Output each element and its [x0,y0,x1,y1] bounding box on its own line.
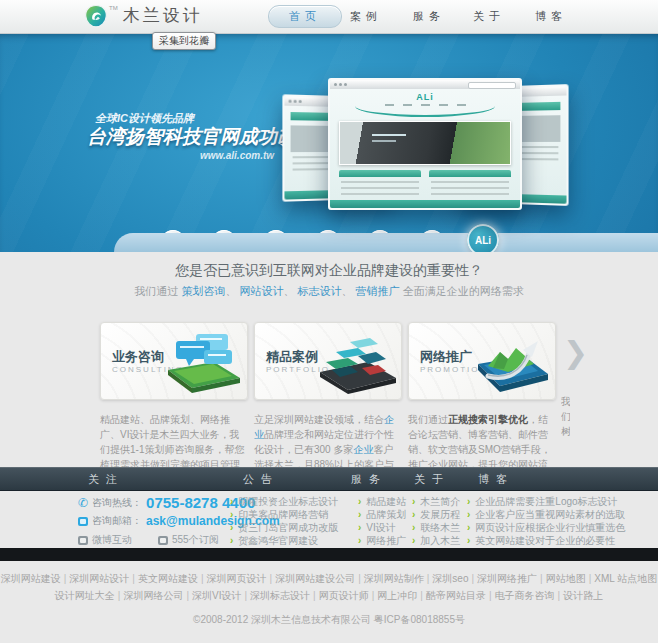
site-logo[interactable]: TM 木兰设计 [84,4,203,32]
browser-window-main: ALi [328,78,522,210]
blog-link[interactable]: ›企业客户应当重视网站素材的选取 [467,508,625,522]
card-promotion-box[interactable]: 网络推广 PROMOTION [408,322,556,400]
ali-swoosh-decoration [355,106,495,117]
bottom-links-row-2: 设计网址大全|深圳网络公司|深圳VI设计|深圳标志设计|网页设计师|网上冲印|酷… [0,589,658,603]
bottom-link[interactable]: 深圳网页设计 [207,573,267,584]
address-bar [468,82,516,89]
social-row: 微博互动 555个订阅 [78,533,219,547]
bottom-link[interactable]: 深圳网站建设 [1,573,61,584]
carousel-next-icon[interactable]: ❯ [563,338,588,368]
service-link[interactable]: ›精品建站 [358,495,406,509]
intro-suffix: 全面满足企业的网络需求 [400,285,524,297]
bottom-link[interactable]: 电子商务咨询 [495,590,555,601]
bottom-link[interactable]: 深圳网站建设公司 [275,573,355,584]
link-logodesign[interactable]: 标志设计 [298,285,342,297]
weibo-icon [78,536,88,545]
bottom-link[interactable]: 深圳网站制作 [364,573,424,584]
link-webdesign[interactable]: 网站设计 [239,285,283,297]
footer-header-follow: 关注 [88,472,124,487]
notice-link[interactable]: ›贺鑫鸿华官网建设 [230,534,318,548]
bottom-link[interactable]: 深圳seo [432,573,468,584]
blog-link[interactable]: ›英文网站建设对于企业的必要性 [467,534,615,548]
ali-page-footer [330,200,520,208]
footer-black-strip [0,548,658,561]
nav-item-services[interactable]: 服务 [413,9,445,24]
bottom-link[interactable]: 深圳网络推广 [477,573,537,584]
bottom-link[interactable]: 设计网址大全 [55,590,115,601]
footer-dark: 关注 公告 服务 关于 博客 ✆ 咨询热线： 0755-8278 4400 咨询… [0,467,658,548]
consulting-chat-bubbles-icon [152,328,244,398]
about-link[interactable]: ›发展历程 [412,508,460,522]
link-planning[interactable]: 策划咨询 [181,285,225,297]
service-link[interactable]: ›VI设计 [358,521,396,535]
weibo-link[interactable]: 微博互动 [92,533,132,547]
bottom-link[interactable]: 深圳标志设计 [250,590,310,601]
intro-subline: 我们通过 策划咨询、 网站设计、 标志设计、 营销推广 全面满足企业的网络需求 [0,284,658,299]
portfolio-stack-icon [306,328,398,398]
banner-title: 台湾扬智科技官网成功改版 [87,124,315,150]
bottom-link[interactable]: 网页设计师 [319,590,369,601]
blog-link[interactable]: ›网页设计应根据企业行业慎重选色 [467,521,625,535]
bottom-link[interactable]: 网上冲印 [377,590,417,601]
footer-header-about: 关于 [414,472,450,487]
card-consulting-box[interactable]: 业务咨询 CONSULTING [100,322,248,400]
about-link[interactable]: ›木兰简介 [412,495,460,509]
footer-header-blog: 博客 [478,472,514,487]
bottom-link[interactable]: 深圳网络公司 [123,590,183,601]
phone-icon: ✆ [78,498,88,508]
bottom-link[interactable]: 酷帝网站目录 [426,590,486,601]
about-link[interactable]: ›联络木兰 [412,521,460,535]
nav-item-cases[interactable]: 案例 [350,9,382,24]
client-logo-icon-ali-active[interactable]: ALi [467,224,499,252]
bottom-link[interactable]: 设计路上 [563,590,603,601]
clipped-next-card-text: 我们树业 [561,394,570,438]
card-promotion: 网络推广 PROMOTION 我们通过正规搜索引擎优化，结合论坛营销、博客营销、… [408,322,556,487]
hotline-row: ✆ 咨询热线： 0755-8278 4400 [78,494,255,511]
bottom-links-row-1: 深圳网站建设|深圳网站设计|英文网站建设|深圳网页设计|深圳网站建设公司|深圳网… [0,572,658,586]
intro-prefix: 我们通过 [134,285,181,297]
banner-url: www.ali.com.tw [200,150,274,161]
email-icon [78,517,88,526]
nav-item-about[interactable]: 关于 [473,9,505,24]
card-consulting: 业务咨询 CONSULTING 精品建站、品牌策划、网络推广、VI设计是木兰四大… [100,322,248,487]
logo-text: 木兰设计 [123,4,203,28]
email-label: 咨询邮箱： [92,514,142,528]
ali-hero-image [339,121,511,165]
footer-header-services: 服务 [351,472,387,487]
service-link[interactable]: ›网络推广 [358,534,406,548]
nav-item-home[interactable]: 首页 [268,5,342,28]
blog-link[interactable]: ›企业品牌需要注重Logo标志设计 [467,495,618,509]
ali-webpage: ALi [330,89,520,208]
collect-huaban-button[interactable]: 采集到花瓣 [152,32,216,50]
footer-header-notice: 公告 [243,472,279,487]
rss-link[interactable]: 555个订阅 [172,533,219,547]
hotline-label: 咨询热线： [92,496,142,510]
rss-icon [158,536,168,545]
service-link[interactable]: ›品牌策划 [358,508,406,522]
link-marketing[interactable]: 营销推广 [356,285,400,297]
bottom-link[interactable]: XML 站点地图 [594,573,657,584]
nav-item-blog[interactable]: 博客 [535,9,567,24]
browser-titlebar [330,80,520,89]
logo-tm: TM [109,5,118,11]
promotion-growth-arrow-icon [460,328,552,398]
bottom-link[interactable]: 英文网站建设 [138,573,198,584]
card-portfolio: 精品案例 PORTFOLIO 立足深圳网站建设领域，结合企业品牌理念和网站定位进… [254,322,402,487]
about-link[interactable]: ›加入木兰 [412,534,460,548]
bottom-link[interactable]: 深圳网站设计 [69,573,129,584]
banner-bottom-band [114,233,658,252]
copyright: ©2008-2012 深圳木兰信息技术有限公司 粤ICP备08018855号 [0,613,658,627]
link-enterprise[interactable]: 企业 [353,444,373,455]
footer-header-band: 关注 公告 服务 关于 博客 [0,467,658,491]
bottom-link[interactable]: 网站地图 [546,573,586,584]
intro-heading: 您是否已意识到互联网对企业品牌建设的重要性？ [0,262,658,280]
ali-content-columns [339,170,511,195]
hero-banner: 全球IC设计领先品牌 台湾扬智科技官网成功改版 www.ali.com.tw A… [0,34,658,252]
ali-site-logo: ALi [330,89,520,102]
notice-link[interactable]: ›贺三门岛官网成功改版 [230,521,338,535]
notice-link[interactable]: ›明曜投资企业标志设计 [230,495,338,509]
top-header: TM 木兰设计 首页 案例 服务 关于 博客 [0,0,658,34]
card-portfolio-box[interactable]: 精品案例 PORTFOLIO [254,322,402,400]
notice-link[interactable]: ›印美客品牌网络营销 [230,508,328,522]
bottom-link[interactable]: 深圳VI设计 [192,590,241,601]
